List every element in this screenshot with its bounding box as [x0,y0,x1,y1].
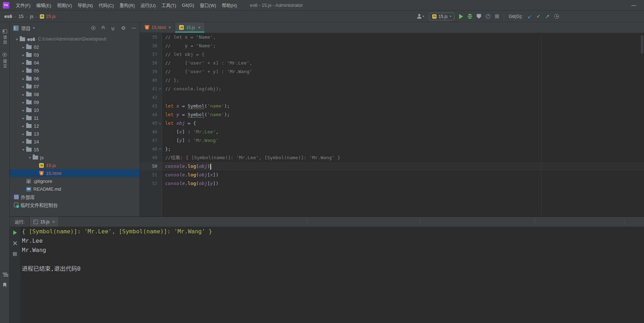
tree-toggle-icon[interactable]: ▸ [20,45,26,49]
tree-item[interactable]: ▸04 [10,59,140,67]
minimize-button[interactable]: — [631,3,636,8]
menu-item[interactable]: 工具(T) [159,1,179,10]
code-line[interactable]: 46 [x] : 'Mr.Lee', [140,128,644,136]
tree-item[interactable]: ▸05 [10,67,140,75]
code-line[interactable]: 43let x = Symbol('name'); [140,102,644,110]
collapse-all-icon[interactable] [111,26,115,30]
tree-item[interactable]: ▸10 [10,106,140,114]
collaboration-users-button[interactable]: ▾ [417,14,424,19]
menu-item[interactable]: 文件(F) [13,1,33,10]
editor-tab-15-js[interactable]: JS15.js× [175,22,205,33]
tree-item[interactable]: 515.html [10,169,140,177]
git-update-icon[interactable]: ↙ [527,13,532,20]
tree-toggle-icon[interactable]: ▸ [20,116,26,120]
tree-toggle-icon[interactable]: ▸ [20,69,26,73]
tree-item[interactable]: ▸14 [10,138,140,146]
commit-tool-button[interactable]: 提交 [2,53,8,68]
menu-item[interactable]: 视图(V) [54,1,75,10]
rerun-button[interactable] [13,231,17,235]
code-line[interactable]: 42 [140,93,644,102]
menu-item[interactable]: 重构(R) [117,1,137,10]
expand-all-icon[interactable] [102,26,105,30]
menu-item[interactable]: 运行(U) [137,1,158,10]
tree-item[interactable]: MDREADME.md [10,185,140,193]
code-line[interactable]: 48}; [140,145,644,153]
code-line[interactable]: 52console.log(obj[y]) [140,179,644,188]
run-tab[interactable]: 15.js × [29,217,59,227]
hide-panel-icon[interactable]: — [132,25,136,30]
code-line[interactable]: 51console.log(obj[x]) [140,171,644,179]
close-icon[interactable]: × [52,219,55,224]
menu-item[interactable]: 编辑(E) [33,1,54,10]
tree-item[interactable]: ▸08 [10,90,140,98]
code-line[interactable]: 36// y = 'Name'; [140,42,644,50]
tree-toggle-icon[interactable]: ▸ [20,61,26,65]
tree-toggle-icon[interactable]: ▸ [20,140,26,144]
tree-toggle-icon[interactable]: ▸ [20,85,26,89]
tree-item[interactable]: ▸11 [10,114,140,122]
git-history-icon[interactable] [554,14,559,19]
git-push-icon[interactable]: ↗ [545,13,550,20]
code-line[interactable]: 38// ['user' + x] : 'Mr.Lee', [140,59,644,67]
settings-gear-icon[interactable]: ⚙ [121,25,126,30]
tree-item[interactable]: ▸03 [10,51,140,59]
menu-item[interactable]: 帮助(H) [219,1,240,10]
tree-item[interactable]: 外部库 [10,193,140,201]
editor-scrollbar[interactable] [641,35,643,54]
code-line[interactable]: 47 [y] : 'Mr.Wang' [140,136,644,145]
code-editor[interactable]: 35// let x = 'Name',36// y = 'Name';37//… [140,33,644,217]
code-line[interactable]: 41// console.log(obj); [140,85,644,93]
tree-item[interactable]: JS15.js [10,161,140,169]
breadcrumb-item[interactable]: 15 [18,14,23,19]
tree-toggle-icon[interactable]: ▾ [27,156,33,160]
debug-bug-icon[interactable] [468,14,472,19]
fold-marker[interactable] [159,122,162,124]
stop-button[interactable] [13,252,17,256]
code-line[interactable]: 44let y = Symbol('name'); [140,110,644,119]
coverage-icon[interactable] [477,14,481,19]
menu-item[interactable]: 代码(C) [96,1,117,10]
tree-toggle-icon[interactable]: ▸ [20,77,26,81]
menu-item[interactable]: 导航(N) [75,1,95,10]
tree-item[interactable]: ▸13 [10,130,140,138]
breadcrumb-item[interactable]: es6 [4,14,12,19]
menu-item[interactable]: 窗口(W) [197,1,219,10]
tree-toggle-icon[interactable]: ▾ [14,37,20,41]
stop-button[interactable] [495,14,499,18]
structure-icon[interactable] [3,273,7,276]
code-line[interactable]: 45let obj = { [140,119,644,128]
tree-item[interactable]: ▸12 [10,122,140,130]
run-configuration-select[interactable]: JS 15.js ▾ [429,13,454,20]
project-tool-button[interactable]: 项目 [2,29,8,45]
code-line[interactable]: 40// }; [140,76,644,85]
run-button[interactable] [459,14,463,19]
fold-marker[interactable] [159,148,162,151]
tree-item[interactable]: ▸07 [10,82,140,90]
code-line[interactable]: 37// let obj = { [140,50,644,59]
git-commit-check-icon[interactable]: ✓ [537,14,541,19]
tree-toggle-icon[interactable]: ▸ [20,100,26,104]
tree-item[interactable]: ▾es6C:\Users\Administrator\Desktop\es6 [10,35,140,43]
tree-toggle-icon[interactable]: ▸ [20,108,26,112]
project-panel-title[interactable]: 项目 [21,25,31,32]
fold-marker[interactable] [159,88,162,91]
tree-toggle-icon[interactable]: ▸ [20,92,26,96]
tree-toggle-icon[interactable]: ▸ [20,132,26,136]
tree-item[interactable]: ▸06 [10,75,140,82]
code-line[interactable]: 50console.log(obj) [140,162,644,171]
tree-toggle-icon[interactable]: ▾ [20,148,26,152]
close-icon[interactable]: × [168,25,171,30]
tools-icon[interactable] [13,241,17,246]
editor-tab-15-html[interactable]: 515.html× [141,22,175,33]
code-line[interactable]: 35// let x = 'Name', [140,33,644,42]
tree-item[interactable]: 临时文件和控制台 [10,201,140,209]
console-output[interactable]: { [Symbol(name)]: 'Mr.Lee', [Symbol(name… [20,227,644,323]
code-line[interactable]: 49//结果: { [Symbol(name)]: 'Mr.Lee', [Sym… [140,153,644,162]
breadcrumb-item[interactable]: JS15.js [40,14,56,19]
close-icon[interactable]: × [198,25,201,30]
select-opened-file-icon[interactable] [91,26,95,30]
tree-item[interactable]: ▾js [10,153,140,161]
tree-item[interactable]: ▸02 [10,43,140,51]
tree-toggle-icon[interactable]: ▸ [20,53,26,57]
tree-item[interactable]: ▸09 [10,98,140,106]
